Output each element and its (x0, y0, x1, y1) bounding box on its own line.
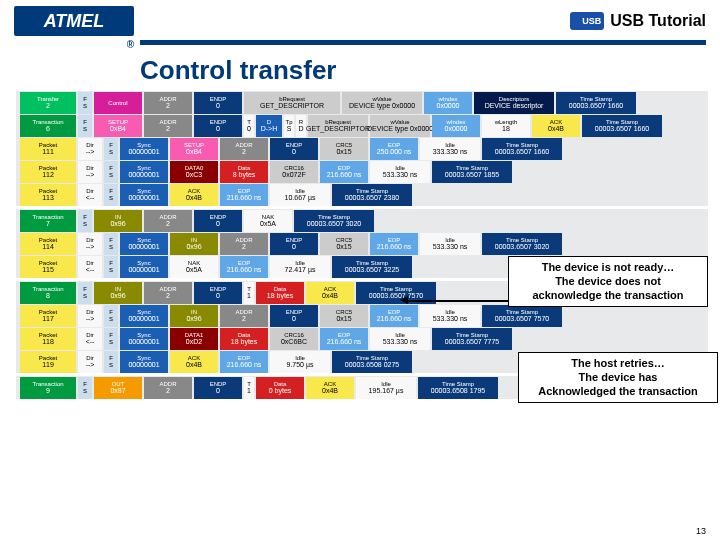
data-cell: OUT0x87 (94, 377, 142, 399)
direction-cell: Dir--> (78, 233, 102, 255)
direction-cell: Dir--> (78, 138, 102, 160)
data-cell: NAK0x5A (244, 210, 292, 232)
data-cell: NAK0x5A (170, 256, 218, 278)
row-tag: Packet117 (20, 305, 76, 327)
data-cell: Control (94, 92, 142, 114)
data-cell: ACK0x4B (306, 377, 354, 399)
header-title: USB Tutorial (610, 12, 706, 30)
data-cell: SETUP0xB4 (170, 138, 218, 160)
data-cell: EOP216.660 ns (320, 328, 368, 350)
data-cell: Time Stamp00003.6507 2380 (332, 184, 412, 206)
callout-retries: The host retries… The device has Acknowl… (518, 352, 718, 403)
data-cell: Sync00000001 (120, 233, 168, 255)
direction-cell: Dir--> (78, 161, 102, 183)
row-tag: Transaction8 (20, 282, 76, 304)
data-cell: ACK0x4B (170, 184, 218, 206)
row-tag: Packet119 (20, 351, 76, 373)
data-cell: TpS (284, 115, 294, 137)
page-number: 13 (696, 526, 706, 536)
data-cell: ADDR2 (144, 210, 192, 232)
slide-title: Control transfer (0, 45, 720, 92)
header: ATMEL USB USB Tutorial (0, 0, 720, 38)
data-cell: Time Stamp00003.6507 1855 (432, 161, 512, 183)
direction-cell: Dir--> (78, 305, 102, 327)
data-cell: Idle533.330 ns (370, 328, 430, 350)
data-cell: Data18 bytes (220, 328, 268, 350)
row-tag: Packet112 (20, 161, 76, 183)
data-cell: ADDR2 (220, 305, 268, 327)
data-cell: Data18 bytes (256, 282, 304, 304)
packet-row: Packet117Dir-->FSSync00000001IN0x96ADDR2… (20, 305, 704, 327)
fs-cell: FS (78, 210, 92, 232)
data-cell: IN0x96 (94, 210, 142, 232)
data-cell: Idle195.167 µs (356, 377, 416, 399)
data-cell: ADDR2 (144, 377, 192, 399)
transaction-row: Transaction6FSSETUP0xB4ADDR2ENDP0T0DD->H… (20, 115, 704, 137)
data-cell: ENDP0 (270, 233, 318, 255)
arrowhead-not-ready (400, 296, 408, 304)
data-cell: Time Stamp00003.6507 3020 (294, 210, 374, 232)
data-cell: ACK0x4B (170, 351, 218, 373)
data-cell: EOP216.660 ns (220, 256, 268, 278)
transaction-row: Transaction7FSIN0x96ADDR2ENDP0NAK0x5ATim… (20, 210, 704, 232)
data-cell: Idle9.750 µs (270, 351, 330, 373)
data-cell: Time Stamp00003.6507 1660 (556, 92, 636, 114)
data-cell: Time Stamp00003.6508 0275 (332, 351, 412, 373)
data-cell: EOP216.660 ns (220, 184, 268, 206)
packet-row: Packet112Dir-->FSSync00000001DATA00xC3Da… (20, 161, 704, 183)
data-cell: T0 (244, 115, 254, 137)
data-cell: ENDP0 (194, 92, 242, 114)
data-cell: RD (296, 115, 306, 137)
data-cell: Idle333.330 ns (420, 138, 480, 160)
fs-cell: FS (78, 92, 92, 114)
data-cell: EOP216.660 ns (370, 233, 418, 255)
data-cell: CRC50x15 (320, 138, 368, 160)
data-cell: Time Stamp00003.6507 7775 (432, 328, 512, 350)
data-cell: IN0x96 (94, 282, 142, 304)
data-cell: ENDP0 (194, 210, 242, 232)
data-cell: CRC50x15 (320, 233, 368, 255)
data-cell: ENDP0 (194, 377, 242, 399)
direction-cell: Dir<-- (78, 184, 102, 206)
data-cell: Sync00000001 (120, 256, 168, 278)
data-cell: wValueDEVICE type 0x0000 (342, 92, 422, 114)
fs-cell: FS (78, 115, 92, 137)
data-cell: ADDR2 (144, 92, 192, 114)
data-cell: Sync00000001 (120, 351, 168, 373)
usb-icon: USB (570, 12, 604, 30)
data-cell: Data8 bytes (220, 161, 268, 183)
data-cell: Sync00000001 (120, 305, 168, 327)
data-cell: DD->H (256, 115, 282, 137)
data-cell: Idle72.417 µs (270, 256, 330, 278)
callout-not-ready: The device is not ready… The device does… (508, 256, 708, 307)
packet-row: Packet113Dir<--FSSync00000001ACK0x4BEOP2… (20, 184, 704, 206)
data-cell: SETUP0xB4 (94, 115, 142, 137)
direction-cell: Dir--> (78, 351, 102, 373)
arrow-not-ready (405, 300, 508, 302)
data-cell: bRequestGET_DESCRIPTOR (308, 115, 368, 137)
data-cell: IN0x96 (170, 233, 218, 255)
data-cell: Idle533.330 ns (420, 305, 480, 327)
row-tag: Packet111 (20, 138, 76, 160)
data-cell: Sync00000001 (120, 184, 168, 206)
fs-cell: FS (78, 282, 92, 304)
data-cell: CRC50x15 (320, 305, 368, 327)
data-cell: bRequestGET_DESCRIPTOR (244, 92, 340, 114)
data-cell: wIndex0x0000 (424, 92, 472, 114)
packet-row: Packet118Dir<--FSSync00000001DATA10xD2Da… (20, 328, 704, 350)
row-tag: Transaction9 (20, 377, 76, 399)
usb-badge: USB USB Tutorial (570, 12, 706, 30)
data-cell: Sync00000001 (120, 138, 168, 160)
data-cell: Time Stamp00003.6507 3020 (482, 233, 562, 255)
row-tag: Packet118 (20, 328, 76, 350)
fs-cell: FS (78, 377, 92, 399)
data-cell: ADDR2 (220, 233, 268, 255)
data-cell: ENDP0 (270, 305, 318, 327)
data-cell: wValueDEVICE type 0x0000 (370, 115, 430, 137)
row-tag: Transaction6 (20, 115, 76, 137)
data-cell: CRC160xC6BC (270, 328, 318, 350)
data-cell: ACK0x4B (532, 115, 580, 137)
data-cell: Time Stamp00003.6507 1660 (582, 115, 662, 137)
data-cell: EOP216.660 ns (370, 305, 418, 327)
data-cell: DATA00xC3 (170, 161, 218, 183)
